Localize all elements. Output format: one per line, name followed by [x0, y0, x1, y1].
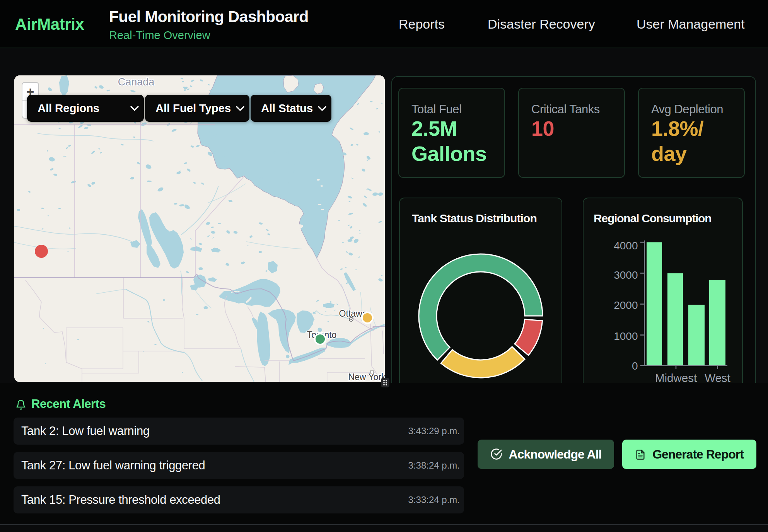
svg-text:Canada: Canada [118, 76, 155, 88]
svg-text:2000: 2000 [614, 299, 638, 311]
svg-text:Midwest: Midwest [655, 372, 697, 384]
svg-text:3000: 3000 [614, 269, 638, 281]
svg-text:West: West [705, 372, 730, 384]
svg-text:1000: 1000 [614, 330, 638, 342]
svg-text:4000: 4000 [614, 240, 638, 252]
svg-text:New York: New York [348, 372, 385, 382]
svg-text:0: 0 [632, 360, 638, 372]
